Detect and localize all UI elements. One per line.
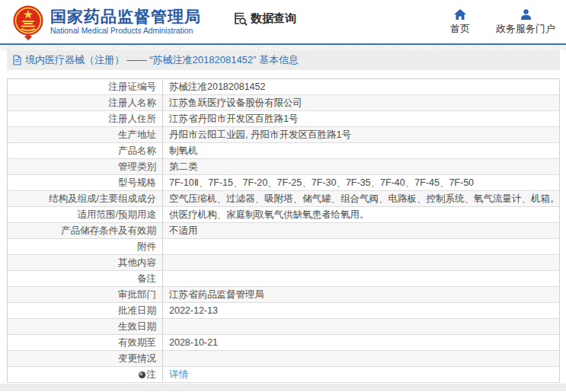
row-value — [163, 319, 560, 335]
table-row: 其他内容 — [8, 255, 560, 271]
footer-strip — [0, 384, 566, 391]
row-value: 丹阳市云阳工业园, 丹阳市开发区百胜路1号 — [163, 127, 560, 143]
row-value: 苏械注准20182081452 — [163, 79, 560, 95]
table-row: 适用范围/预期用途供医疗机构、家庭制取氧气供缺氧患者给氧用。 — [8, 207, 560, 223]
page-title: 境内医疗器械（注册） —— “苏械注准20182081452” 基本信息 — [25, 53, 299, 67]
org-title-block: 国家药品监督管理局 National Medical Products Admi… — [50, 8, 201, 36]
table-row: 注册人住所江苏省丹阳市开发区百胜路1号 — [8, 111, 560, 127]
table-row: 附件 — [8, 239, 560, 255]
row-label: 注册证编号 — [8, 79, 163, 95]
row-label: 管理类别 — [8, 159, 163, 175]
data-query-button[interactable]: 数据查询 — [233, 11, 296, 26]
row-label: 附件 — [8, 239, 163, 255]
row-label: 备注 — [8, 271, 163, 287]
row-label: 产品名称 — [8, 143, 163, 159]
table-row: 型号规格7F-10Ⅱ、7F-15、7F-20、7F-25、7F-30、7F-35… — [8, 175, 560, 191]
row-label: 审批部门 — [8, 287, 163, 303]
table-row: 批准日期2022-12-13 — [8, 303, 560, 319]
top-nav: 首页 政务服务门户 — [450, 9, 555, 36]
row-value: 江苏省丹阳市开发区百胜路1号 — [163, 111, 560, 127]
row-label: 产品储存条件及有效期 — [8, 223, 163, 239]
page-title-bar: 境内医疗器械（注册） —— “苏械注准20182081452” 基本信息 — [7, 50, 560, 70]
row-label: 注册人名称 — [8, 95, 163, 111]
table-row: 生效日期 — [8, 319, 560, 335]
org-name-en: National Medical Products Administration — [50, 26, 201, 36]
row-label: 变更情况 — [8, 351, 163, 367]
home-icon — [454, 9, 466, 20]
row-value: 江苏鱼跃医疗设备股份有限公司 — [163, 95, 560, 111]
row-value: 制氧机 — [163, 143, 560, 159]
national-emblem-logo — [12, 5, 44, 40]
row-value: 7F-10Ⅱ、7F-15、7F-20、7F-25、7F-30、7F-35、7F-… — [163, 175, 560, 191]
row-value: 供医疗机构、家庭制取氧气供缺氧患者给氧用。 — [163, 207, 560, 223]
row-value: 不适用 — [163, 223, 560, 239]
nav-label-home: 首页 — [450, 22, 470, 36]
row-value — [163, 351, 560, 367]
row-value — [163, 255, 560, 271]
table-row: 有效期至2028-10-21 — [8, 335, 560, 351]
nav-item-home[interactable]: 首页 — [450, 9, 470, 36]
row-label: 注 — [8, 367, 163, 383]
row-value: 空气压缩机、过滤器、吸附塔、储气罐、组合气阀、电路板、控制系统、氧气流量计、机箱… — [163, 191, 560, 207]
table-row: 注详情 — [8, 367, 560, 383]
note-icon — [139, 371, 145, 378]
table-row: 生产地址丹阳市云阳工业园, 丹阳市开发区百胜路1号 — [8, 127, 560, 143]
row-label: 型号规格 — [8, 175, 163, 191]
info-table-body: 注册证编号苏械注准20182081452注册人名称江苏鱼跃医疗设备股份有限公司注… — [8, 79, 560, 383]
table-row: 管理类别第二类 — [8, 159, 560, 175]
hatch-texture-strip — [0, 45, 566, 50]
row-label: 生效日期 — [8, 319, 163, 335]
row-value — [163, 271, 560, 287]
registration-info-table: 注册证编号苏械注准20182081452注册人名称江苏鱼跃医疗设备股份有限公司注… — [7, 78, 560, 383]
user-icon — [520, 9, 532, 20]
row-label: 结构及组成/主要组成成分 — [8, 191, 163, 207]
row-label: 生产地址 — [8, 127, 163, 143]
row-value — [163, 239, 560, 255]
table-row: 注册证编号苏械注准20182081452 — [8, 79, 560, 95]
document-icon — [13, 55, 21, 65]
table-row: 变更情况 — [8, 351, 560, 367]
data-search-icon — [233, 11, 248, 26]
row-value: 第二类 — [163, 159, 560, 175]
data-query-label: 数据查询 — [251, 11, 296, 26]
row-value: 2022-12-13 — [163, 303, 560, 319]
details-link[interactable]: 详情 — [169, 369, 188, 380]
row-label: 批准日期 — [8, 303, 163, 319]
row-label: 有效期至 — [8, 335, 163, 351]
nav-item-gov-portal[interactable]: 政务服务门户 — [496, 9, 555, 36]
row-label: 注册人住所 — [8, 111, 163, 127]
row-label: 其他内容 — [8, 255, 163, 271]
nav-label-gov-portal: 政务服务门户 — [496, 22, 555, 36]
table-row: 结构及组成/主要组成成分空气压缩机、过滤器、吸附塔、储气罐、组合气阀、电路板、控… — [8, 191, 560, 207]
table-row: 注册人名称江苏鱼跃医疗设备股份有限公司 — [8, 95, 560, 111]
table-row: 产品储存条件及有效期不适用 — [8, 223, 560, 239]
org-name-cn: 国家药品监督管理局 — [50, 8, 201, 26]
row-value: 详情 — [163, 367, 560, 383]
table-row: 审批部门江苏省药品监督管理局 — [8, 287, 560, 303]
registration-info-section: 注册证编号苏械注准20182081452注册人名称江苏鱼跃医疗设备股份有限公司注… — [7, 78, 560, 383]
table-row: 产品名称制氧机 — [8, 143, 560, 159]
row-value: 江苏省药品监督管理局 — [163, 287, 560, 303]
row-value: 2028-10-21 — [163, 335, 560, 351]
table-row: 备注 — [8, 271, 560, 287]
site-header: 国家药品监督管理局 National Medical Products Admi… — [0, 0, 566, 43]
row-label: 适用范围/预期用途 — [8, 207, 163, 223]
